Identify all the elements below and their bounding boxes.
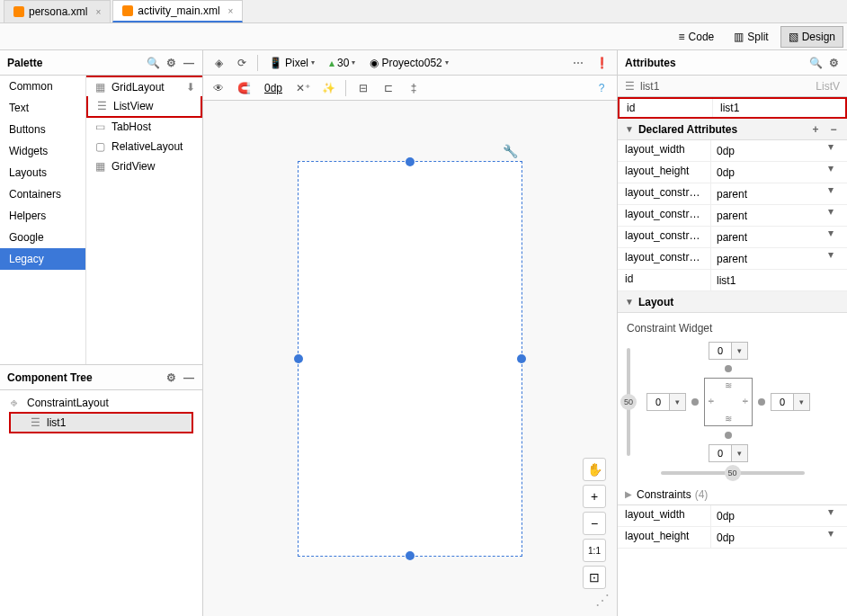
- close-icon[interactable]: ×: [228, 6, 234, 16]
- dropdown-icon[interactable]: ▾: [732, 342, 748, 360]
- palette-item-listview[interactable]: ☰ ListView: [86, 96, 202, 118]
- layout-section-header[interactable]: ▼ Layout: [618, 291, 847, 313]
- dropdown-icon[interactable]: ▾: [794, 393, 810, 411]
- bias-knob[interactable]: 50: [725, 465, 741, 481]
- palette-item-gridview[interactable]: ▦ GridView: [86, 156, 202, 176]
- view-design-button[interactable]: ▧ Design: [780, 26, 843, 48]
- attr-value[interactable]: 0dp: [717, 531, 735, 544]
- attr-value[interactable]: 0dp: [717, 145, 735, 157]
- pan-button[interactable]: ✋: [583, 458, 606, 481]
- palette-cat-text[interactable]: Text: [0, 97, 85, 119]
- palette-cat-containers[interactable]: Containers: [0, 183, 85, 205]
- search-icon[interactable]: 🔍: [809, 57, 822, 69]
- device-selector[interactable]: 📱 Pixel ▾: [263, 57, 320, 69]
- zoom-out-button[interactable]: −: [583, 512, 606, 535]
- constraints-section-header[interactable]: ▶ Constraints (4): [618, 484, 847, 505]
- align-icon[interactable]: ⊟: [353, 78, 373, 98]
- theme-selector[interactable]: ◉ Proyecto052 ▾: [364, 57, 453, 69]
- dropdown-icon[interactable]: ▾: [670, 393, 686, 411]
- api-selector[interactable]: ▴ 30 ▾: [324, 57, 361, 69]
- device-preview[interactable]: 🔧: [298, 161, 522, 557]
- tree-root-constraintlayout[interactable]: ⎆ ConstraintLayout: [4, 394, 199, 412]
- more-icon[interactable]: ⋯: [568, 53, 588, 73]
- view-split-button[interactable]: ▥ Split: [726, 26, 776, 48]
- palette-cat-widgets[interactable]: Widgets: [0, 140, 85, 162]
- dropdown-icon[interactable]: ▾: [824, 162, 838, 183]
- margin-right-input[interactable]: 0: [771, 393, 794, 411]
- clear-constraints-icon[interactable]: ✕⁺: [293, 78, 313, 98]
- palette-item-tabhost[interactable]: ▭ TabHost: [86, 117, 202, 137]
- palette-cat-legacy[interactable]: Legacy: [0, 248, 85, 270]
- constraint-anchor[interactable]: [725, 432, 732, 439]
- palette-cat-google[interactable]: Google: [0, 227, 85, 248]
- attr-value[interactable]: parent: [717, 210, 747, 222]
- guideline-icon[interactable]: ‡: [404, 78, 424, 98]
- constraint-anchor[interactable]: [758, 398, 765, 406]
- align-left-icon[interactable]: ⊏: [379, 78, 398, 98]
- wrench-icon[interactable]: 🔧: [503, 144, 518, 158]
- search-icon[interactable]: 🔍: [147, 57, 159, 69]
- magnet-icon[interactable]: 🧲: [234, 78, 254, 98]
- zoom-fit-button[interactable]: 1:1: [583, 539, 606, 562]
- margin-top-input[interactable]: 0: [709, 342, 732, 360]
- resize-handle-left[interactable]: [294, 354, 303, 363]
- view-code-button[interactable]: ≡ Code: [671, 26, 723, 48]
- attr-input-id[interactable]: [718, 101, 840, 115]
- palette-cat-layouts[interactable]: Layouts: [0, 162, 85, 183]
- constraint-anchor[interactable]: [725, 365, 732, 372]
- dropdown-icon[interactable]: ▾: [824, 227, 838, 247]
- tab-persona[interactable]: persona.xml ×: [4, 0, 111, 22]
- resize-handle-bottom[interactable]: [406, 551, 415, 560]
- declared-attributes-header[interactable]: ▼ Declared Attributes + −: [618, 119, 847, 140]
- tab-activity-main[interactable]: activity_main.xml ×: [112, 0, 243, 22]
- margin-left-input[interactable]: 0: [646, 393, 670, 411]
- minimize-icon[interactable]: —: [183, 371, 195, 384]
- dropdown-icon[interactable]: ▾: [824, 205, 838, 226]
- view-options-icon[interactable]: 👁: [209, 78, 228, 98]
- resize-handle-right[interactable]: [517, 354, 526, 363]
- download-icon[interactable]: ⬇: [186, 81, 195, 94]
- palette-item-gridlayout[interactable]: ▦ GridLayout ⬇: [86, 76, 202, 97]
- gear-icon[interactable]: ⚙: [165, 57, 177, 69]
- warnings-icon[interactable]: ❗: [592, 53, 611, 73]
- constraint-anchor[interactable]: [691, 398, 699, 406]
- tree-item-list1[interactable]: ☰ list1: [9, 412, 193, 433]
- resize-grip-icon[interactable]: ⋰: [595, 592, 610, 609]
- remove-icon[interactable]: −: [827, 123, 840, 136]
- attr-value[interactable]: parent: [717, 188, 747, 201]
- dropdown-icon[interactable]: ▾: [824, 527, 838, 548]
- dropdown-icon[interactable]: ▾: [824, 140, 838, 161]
- palette-item-relativelayout[interactable]: ▢ RelativeLayout: [86, 137, 202, 156]
- horizontal-bias-slider[interactable]: 50: [661, 471, 805, 475]
- palette-cat-common[interactable]: Common: [0, 76, 85, 97]
- constraint-box[interactable]: ⫩ ⫩ ≋ ≋: [704, 378, 753, 426]
- minimize-icon[interactable]: —: [183, 57, 195, 69]
- gear-icon[interactable]: ⚙: [165, 371, 177, 384]
- default-margin[interactable]: 0dp: [259, 82, 288, 94]
- attr-value[interactable]: list1: [717, 274, 736, 287]
- dropdown-icon[interactable]: ▾: [824, 183, 838, 204]
- bias-knob[interactable]: 50: [620, 394, 637, 410]
- palette-cat-buttons[interactable]: Buttons: [0, 119, 85, 140]
- close-icon[interactable]: ×: [95, 7, 101, 17]
- palette-cat-helpers[interactable]: Helpers: [0, 205, 85, 227]
- dropdown-icon[interactable]: ▾: [732, 444, 748, 462]
- zoom-reset-button[interactable]: ⊡: [583, 566, 606, 589]
- dropdown-icon[interactable]: ▾: [824, 505, 838, 526]
- attr-value[interactable]: 0dp: [717, 166, 735, 179]
- attr-value[interactable]: parent: [717, 253, 747, 265]
- add-icon[interactable]: +: [809, 123, 822, 136]
- gear-icon[interactable]: ⚙: [827, 57, 840, 69]
- dropdown-icon[interactable]: ▾: [824, 248, 838, 269]
- resize-handle-top[interactable]: [406, 157, 415, 166]
- orientation-icon[interactable]: ⟳: [232, 53, 252, 73]
- surface-select-icon[interactable]: ◈: [209, 53, 228, 73]
- help-icon[interactable]: ?: [592, 78, 611, 98]
- design-canvas[interactable]: 🔧 ⋰ ✋ + − 1:1 ⊡: [203, 101, 617, 616]
- zoom-in-button[interactable]: +: [583, 485, 606, 508]
- attr-value[interactable]: parent: [717, 231, 747, 244]
- infer-constraints-icon[interactable]: ✨: [318, 78, 338, 98]
- vertical-bias-slider[interactable]: 50: [627, 348, 630, 456]
- margin-bottom-input[interactable]: 0: [709, 444, 732, 462]
- attr-value[interactable]: 0dp: [717, 510, 735, 522]
